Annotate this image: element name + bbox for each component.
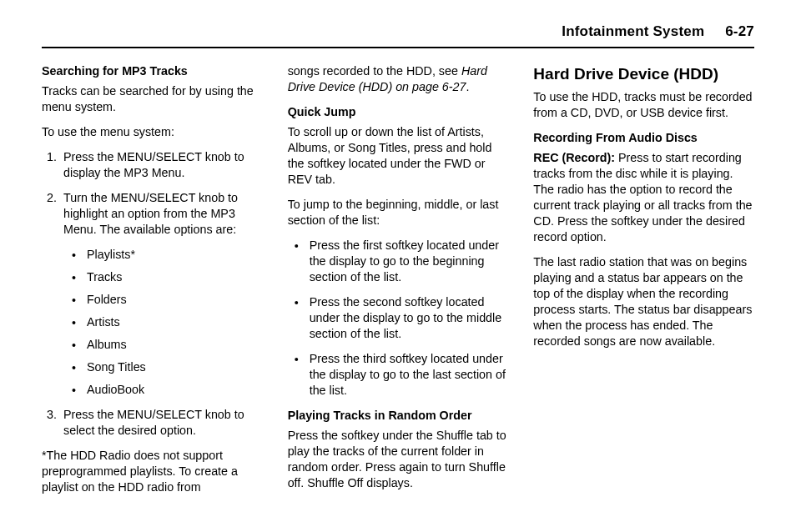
heading-recording: Recording From Audio Discs xyxy=(533,130,754,146)
body-text: To use the menu system: xyxy=(42,124,263,140)
footnote-text: *The HDD Radio does not support preprogr… xyxy=(42,448,263,495)
list-item: Folders xyxy=(87,292,263,308)
bullet-list: Press the first softkey located under th… xyxy=(288,238,509,399)
body-text: Press the softkey under the Shuffle tab … xyxy=(288,428,509,491)
list-item: Press the MENU/SELECT knob to select the… xyxy=(60,407,263,439)
section-title: Infotainment System xyxy=(562,23,704,39)
body-text: The last radio station that was on begin… xyxy=(533,254,754,349)
body-text: To scroll up or down the list of Artists… xyxy=(288,124,509,188)
manual-page: Infotainment System 6-27 Searching for M… xyxy=(0,0,796,532)
body-text: REC (Record): Press to start recording t… xyxy=(533,150,754,245)
list-item: Press the MENU/SELECT knob to display th… xyxy=(60,149,263,181)
column-2: songs recorded to the HDD, see Hard Driv… xyxy=(288,63,509,504)
column-3: Hard Drive Device (HDD) To use the HDD, … xyxy=(533,63,754,504)
list-item: Turn the MENU/SELECT knob to highlight a… xyxy=(60,190,263,398)
page-number: 6-27 xyxy=(725,23,754,39)
list-item: Press the second softkey located under t… xyxy=(303,294,509,342)
heading-random-order: Playing Tracks in Random Order xyxy=(288,408,509,424)
content-columns: Searching for MP3 Tracks Tracks can be s… xyxy=(42,63,754,504)
body-text: songs recorded to the HDD, see Hard Driv… xyxy=(288,63,509,95)
bullet-list: Playlists* Tracks Folders Artists Albums… xyxy=(63,247,263,398)
list-item: Press the first softkey located under th… xyxy=(303,238,509,285)
page-header: Infotainment System 6-27 xyxy=(42,23,754,48)
list-item: Press the third softkey located under th… xyxy=(303,351,509,399)
list-item: Playlists* xyxy=(87,247,263,263)
column-1: Searching for MP3 Tracks Tracks can be s… xyxy=(42,63,263,504)
heading-hdd: Hard Drive Device (HDD) xyxy=(533,63,754,84)
list-item: Artists xyxy=(87,314,263,330)
numbered-list: Press the MENU/SELECT knob to display th… xyxy=(42,149,263,439)
run-in-label: REC (Record): xyxy=(533,151,615,164)
list-item: Tracks xyxy=(87,269,263,285)
heading-quick-jump: Quick Jump xyxy=(288,104,509,120)
list-item: AudioBook xyxy=(87,382,263,398)
list-item: Song Titles xyxy=(87,359,263,375)
body-text: Tracks can be searched for by using the … xyxy=(42,83,263,115)
body-text: To use the HDD, tracks must be recorded … xyxy=(533,89,754,121)
heading-searching-mp3: Searching for MP3 Tracks xyxy=(42,63,263,79)
body-text: To jump to the beginning, middle, or las… xyxy=(288,197,509,228)
list-item: Albums xyxy=(87,337,263,353)
